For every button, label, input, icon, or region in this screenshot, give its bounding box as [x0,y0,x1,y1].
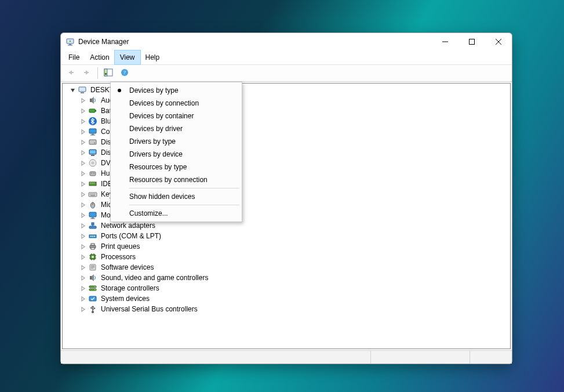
menu-item-label: Devices by connection [129,99,199,107]
view-devices-by-connection[interactable]: Devices by connection [112,97,241,110]
tree-node-label: Software devices [100,263,154,271]
keyboard-icon [88,190,97,199]
svg-point-3 [70,41,71,42]
svg-rect-27 [90,150,96,154]
view-customize[interactable]: Customize... [112,207,241,220]
svg-rect-74 [90,276,92,280]
chevron-right-icon[interactable] [80,202,86,208]
view-menu-popup: Devices by type Devices by connection De… [110,82,242,222]
title-bar[interactable]: Device Manager [61,33,512,50]
chevron-right-icon[interactable] [80,191,86,197]
view-resources-by-connection[interactable]: Resources by connection [112,173,241,186]
svg-rect-51 [92,223,94,225]
tree-node[interactable]: Universal Serial Bus controllers [63,304,510,314]
chevron-right-icon[interactable] [80,275,86,281]
chevron-right-icon[interactable] [80,108,86,114]
monitor-icon [88,210,97,220]
svg-point-78 [94,289,95,290]
status-segment [470,351,512,364]
tree-node[interactable]: Processors [63,252,510,262]
ide-icon [88,179,97,188]
chevron-right-icon[interactable] [80,264,86,270]
tree-node[interactable]: Sound, video and game controllers [63,273,510,283]
view-show-hidden-devices[interactable]: Show hidden devices [112,190,241,203]
svg-point-83 [90,307,92,308]
view-devices-by-type[interactable]: Devices by type [112,84,241,97]
tree-node[interactable]: Storage controllers [63,283,510,293]
menu-bar: File Action View Help [61,50,512,65]
chevron-right-icon[interactable] [80,97,86,103]
minimize-button[interactable] [432,33,459,50]
close-button[interactable] [485,33,512,50]
help-button[interactable]: ? [117,66,132,80]
chevron-right-icon[interactable] [80,244,86,249]
nav-back-button[interactable] [63,66,78,80]
svg-point-25 [94,143,95,144]
chevron-right-icon[interactable] [80,170,86,176]
chevron-right-icon[interactable] [80,118,86,124]
menu-action[interactable]: Action [85,50,114,64]
menu-file[interactable]: File [63,50,85,64]
chevron-right-icon[interactable] [80,254,86,260]
view-drivers-by-device[interactable]: Drivers by device [112,148,241,161]
sound-icon [88,273,97,282]
chevron-right-icon[interactable] [80,129,86,135]
menu-item-label: Devices by driver [129,125,183,133]
chevron-right-icon[interactable] [80,306,86,312]
chevron-right-icon[interactable] [80,181,86,187]
menu-view[interactable]: View [115,50,140,64]
chevron-down-icon[interactable] [70,87,75,93]
chevron-right-icon[interactable] [80,212,86,218]
status-bar [61,350,512,364]
view-devices-by-driver[interactable]: Devices by driver [112,122,241,135]
menu-help[interactable]: Help [140,50,165,64]
content-area: Devices by type Devices by connection De… [61,82,512,364]
chevron-right-icon[interactable] [80,139,86,145]
tree-node[interactable]: Print queues [63,241,510,252]
chevron-right-icon[interactable] [80,296,86,302]
arrow-left-icon [67,69,75,78]
svg-rect-34 [89,182,96,186]
chevron-right-icon[interactable] [80,223,86,228]
chevron-right-icon[interactable] [80,233,86,239]
view-resources-by-type[interactable]: Resources by type [112,161,241,173]
chevron-right-icon[interactable] [80,150,86,155]
menu-item-label: Drivers by type [129,137,176,146]
chevron-right-icon[interactable] [80,285,86,291]
app-icon [66,37,75,46]
menu-separator [129,205,239,205]
status-segment [61,351,370,364]
menu-item-label: Resources by connection [129,176,208,184]
nav-forward-button[interactable] [79,66,94,80]
svg-rect-40 [91,194,92,194]
maximize-button[interactable] [459,33,485,50]
svg-rect-39 [90,194,90,194]
show-hide-tree-button[interactable] [101,66,116,80]
battery-icon [88,106,97,115]
menu-item-label: Show hidden devices [129,193,195,201]
svg-rect-5 [470,39,475,45]
tree-node[interactable]: Ports (COM & LPT) [63,231,510,241]
view-devices-by-container[interactable]: Devices by container [112,110,241,122]
chevron-right-icon[interactable] [80,160,86,166]
bluetooth-icon [88,117,97,126]
svg-rect-12 [105,73,107,75]
dvd-icon [88,158,97,168]
svg-rect-24 [89,140,96,144]
window-controls [432,33,512,50]
tree-node-label: Network adapters [100,222,155,230]
tree-node[interactable]: System devices [63,293,510,304]
tree-node[interactable]: Software devices [63,262,510,273]
usb-icon [88,304,97,314]
svg-rect-59 [91,248,94,249]
svg-rect-42 [93,194,94,194]
svg-rect-1 [69,44,71,45]
system-icon [88,294,97,303]
mouse-icon [88,200,97,209]
cpu-icon [88,252,97,262]
svg-rect-11 [104,69,107,76]
menu-item-label: Devices by container [129,112,194,120]
printer-icon [88,242,97,251]
svg-rect-43 [94,194,95,194]
view-drivers-by-type[interactable]: Drivers by type [112,135,241,148]
